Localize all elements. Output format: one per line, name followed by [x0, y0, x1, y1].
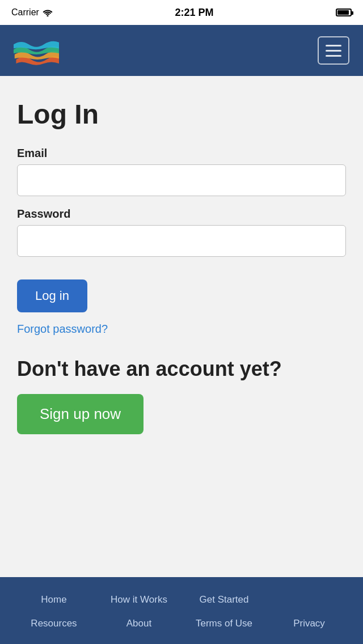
- password-label: Password: [17, 207, 346, 221]
- footer-links: Home How it Works Get Started Resources …: [11, 591, 352, 633]
- hamburger-line-2: [326, 50, 341, 52]
- app-logo: [14, 33, 59, 67]
- wifi-icon: [43, 9, 53, 16]
- footer-link-get-started[interactable]: Get Started: [182, 591, 267, 609]
- status-bar: Carrier 2:21 PM: [0, 0, 363, 25]
- status-right: [336, 9, 352, 16]
- footer-link-resources[interactable]: Resources: [11, 615, 96, 633]
- battery-icon: [336, 9, 352, 16]
- footer-link-home[interactable]: Home: [11, 591, 96, 609]
- carrier-info: Carrier: [11, 7, 53, 18]
- email-input[interactable]: [17, 164, 346, 196]
- login-button[interactable]: Log in: [17, 279, 87, 312]
- email-label: Email: [17, 147, 346, 160]
- footer-link-how-it-works[interactable]: How it Works: [96, 591, 182, 609]
- status-time: 2:21 PM: [175, 7, 213, 19]
- hamburger-menu-button[interactable]: [318, 36, 349, 65]
- app-footer: Home How it Works Get Started Resources …: [0, 577, 363, 644]
- main-content: Log In Email Password Log in Forgot pass…: [0, 76, 363, 577]
- footer-link-privacy[interactable]: Privacy: [267, 615, 352, 633]
- password-input[interactable]: [17, 225, 346, 257]
- footer-link-terms[interactable]: Terms of Use: [182, 615, 267, 633]
- footer-link-about[interactable]: About: [96, 615, 182, 633]
- app-header: [0, 25, 363, 76]
- password-form-group: Password: [17, 207, 346, 257]
- forgot-password-link[interactable]: Forgot password?: [17, 323, 346, 336]
- carrier-label: Carrier: [11, 7, 39, 18]
- signup-button[interactable]: Sign up now: [17, 394, 143, 434]
- page-title: Log In: [17, 99, 346, 130]
- no-account-heading: Don't have an account yet?: [17, 356, 346, 383]
- hamburger-line-1: [326, 45, 341, 46]
- hamburger-line-3: [326, 55, 341, 57]
- email-form-group: Email: [17, 147, 346, 196]
